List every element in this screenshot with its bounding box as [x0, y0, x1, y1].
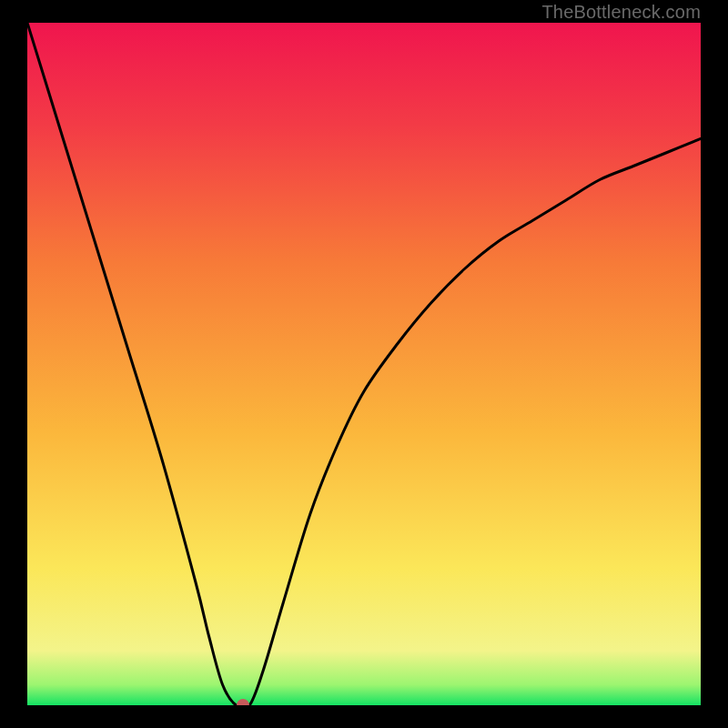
chart-frame	[0, 0, 728, 728]
minimum-marker-icon	[237, 699, 249, 705]
watermark-text: TheBottleneck.com	[541, 2, 701, 23]
plot-area	[27, 23, 701, 705]
bottleneck-curve	[27, 23, 701, 705]
curve-svg	[27, 23, 701, 705]
